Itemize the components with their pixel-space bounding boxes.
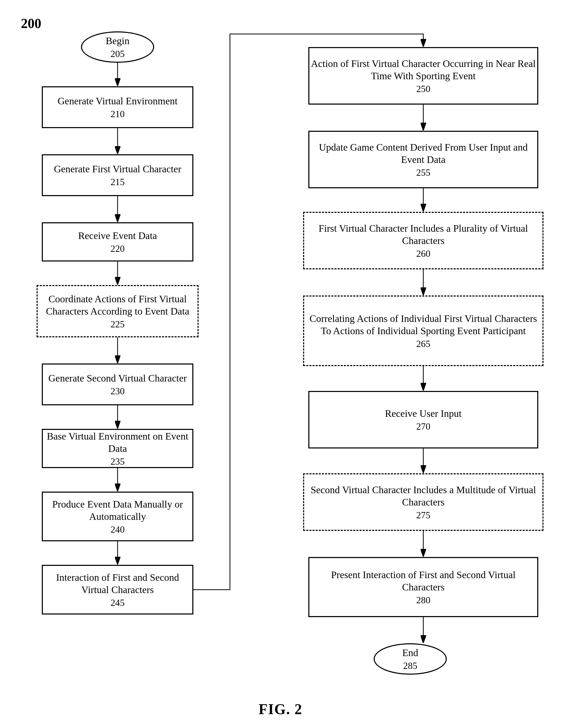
num-235: 235 [111,456,125,467]
begin-num: 205 [106,48,130,59]
end-node: End 285 [374,643,447,675]
label-225: Coordinate Actions of First Virtual Char… [38,293,198,318]
num-210: 210 [111,109,125,120]
label-260: First Virtual Character Includes a Plura… [304,222,542,247]
node-255: Update Game Content Derived From User In… [308,131,538,188]
node-280: Present Interaction of First and Second … [308,557,538,617]
num-215: 215 [111,177,125,187]
node-270: Receive User Input 270 [308,391,538,448]
num-240: 240 [111,524,125,535]
label-255: Update Game Content Derived From User In… [309,141,537,166]
label-250: Action of First Virtual Character Occurr… [309,58,537,82]
end-num: 285 [402,660,418,671]
label-275: Second Virtual Character Includes a Mult… [304,484,542,509]
num-255: 255 [416,167,430,178]
label-270: Receive User Input [385,407,461,420]
end-label: End [402,647,418,659]
node-235: Base Virtual Environment on Event Data 2… [42,429,193,468]
label-230: Generate Second Virtual Character [48,372,187,385]
node-250: Action of First Virtual Character Occurr… [308,47,538,105]
node-230: Generate Second Virtual Character 230 [42,363,193,405]
node-265: Correlating Actions of Individual First … [303,295,543,366]
diagram-container: Begin 205 Generate Virtual Environment 2… [21,21,540,690]
label-210: Generate Virtual Environment [58,95,178,107]
num-230: 230 [111,386,125,397]
num-260: 260 [416,248,430,259]
label-235: Base Virtual Environment on Event Data [43,430,192,455]
label-220: Receive Event Data [78,230,157,242]
num-275: 275 [416,510,430,521]
num-245: 245 [111,597,125,608]
node-245: Interaction of First and Second Virtual … [42,565,193,615]
begin-label: Begin [106,35,130,47]
label-280: Present Interaction of First and Second … [309,569,537,594]
num-225: 225 [111,319,125,330]
node-220: Receive Event Data 220 [42,222,193,261]
label-265: Correlating Actions of Individual First … [304,312,542,337]
begin-node: Begin 205 [81,31,154,63]
node-225: Coordinate Actions of First Virtual Char… [37,285,199,337]
label-240: Produce Event Data Manually or Automatic… [43,498,192,523]
node-215: Generate First Virtual Character 215 [42,154,193,196]
node-240: Produce Event Data Manually or Automatic… [42,492,193,541]
node-210: Generate Virtual Environment 210 [42,86,193,128]
num-250: 250 [416,83,430,94]
num-280: 280 [416,595,430,606]
label-215: Generate First Virtual Character [54,163,181,175]
num-270: 270 [416,421,430,432]
num-265: 265 [416,338,430,349]
page: 200 Begin 205 Generate Virtual Environme… [0,0,561,728]
node-260: First Virtual Character Includes a Plura… [303,212,543,269]
node-275: Second Virtual Character Includes a Mult… [303,473,543,531]
label-245: Interaction of First and Second Virtual … [43,571,192,596]
num-220: 220 [111,243,125,254]
fig-label: FIG. 2 [21,701,540,718]
